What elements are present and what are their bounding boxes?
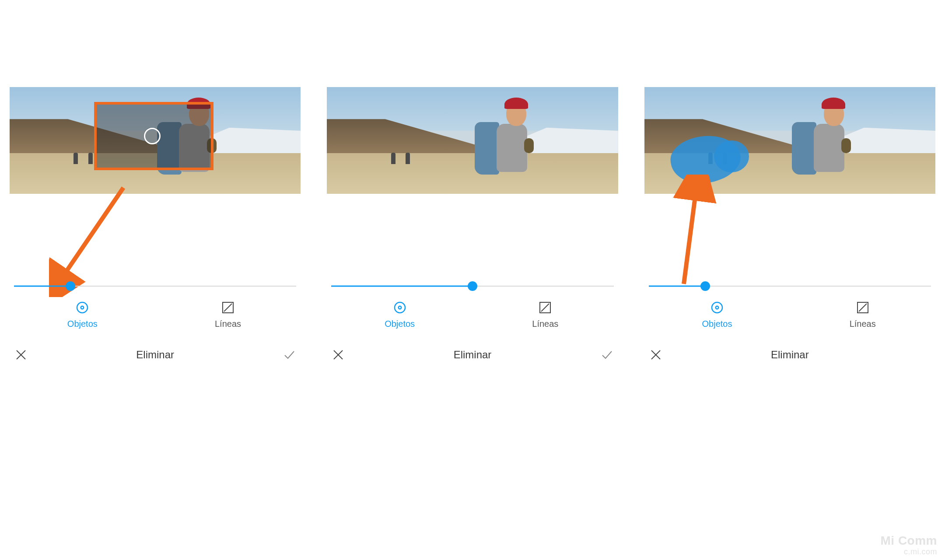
panel-2: Objetos Líneas Eliminar xyxy=(327,87,618,194)
tool-objects[interactable]: Objetos xyxy=(10,301,155,329)
slider-thumb[interactable] xyxy=(700,281,710,291)
photo-preview[interactable] xyxy=(327,87,618,194)
brush-size-slider[interactable] xyxy=(331,282,613,290)
svg-point-7 xyxy=(395,302,405,313)
slider-track-fill xyxy=(331,286,472,287)
svg-point-14 xyxy=(712,302,722,313)
lines-icon xyxy=(538,301,552,315)
slider-thumb[interactable] xyxy=(66,281,75,291)
svg-line-13 xyxy=(684,183,697,284)
watermark-line1: Mi Comm xyxy=(881,534,938,548)
background-person-1 xyxy=(391,153,396,164)
svg-point-2 xyxy=(81,306,84,309)
confirm-button[interactable] xyxy=(281,347,297,363)
svg-line-0 xyxy=(58,188,123,284)
bottom-title: Eliminar xyxy=(29,349,281,361)
tool-objects[interactable]: Objetos xyxy=(644,301,790,329)
slider-thumb[interactable] xyxy=(468,281,477,291)
photo-preview[interactable] xyxy=(10,87,301,194)
hiker-figure xyxy=(467,96,566,194)
background-person-1 xyxy=(74,153,78,164)
confirm-button[interactable] xyxy=(599,347,615,363)
slider-track-fill xyxy=(649,286,705,287)
annotation-arrow-to-slider xyxy=(49,183,136,297)
tool-lines-label: Líneas xyxy=(215,319,241,329)
cancel-button[interactable] xyxy=(648,347,664,363)
slider-track-fill xyxy=(14,286,70,287)
svg-point-8 xyxy=(398,306,401,309)
background-person-2 xyxy=(406,153,410,164)
brush-size-slider[interactable] xyxy=(649,282,931,290)
erase-mask-stroke[interactable] xyxy=(714,140,749,172)
tool-objects-label: Objetos xyxy=(385,319,415,329)
bottom-title: Eliminar xyxy=(664,349,916,361)
tool-lines-label: Líneas xyxy=(850,319,876,329)
tool-lines-label: Líneas xyxy=(532,319,558,329)
background-person-2 xyxy=(88,153,93,164)
svg-line-4 xyxy=(224,304,232,312)
brush-size-preview-ring xyxy=(144,128,161,144)
bottom-bar: Eliminar xyxy=(10,347,301,363)
tool-objects-label: Objetos xyxy=(702,319,732,329)
tool-lines[interactable]: Líneas xyxy=(155,301,301,329)
tool-objects-label: Objetos xyxy=(67,319,98,329)
panel-3: Objetos Líneas Eliminar xyxy=(644,87,935,194)
close-icon xyxy=(15,349,27,360)
bottom-bar: Eliminar xyxy=(644,347,935,363)
svg-line-17 xyxy=(859,304,867,312)
svg-point-15 xyxy=(716,306,718,309)
bottom-bar: Eliminar xyxy=(327,347,618,363)
tool-lines[interactable]: Líneas xyxy=(790,301,935,329)
hiker-figure xyxy=(784,96,883,194)
watermark-line2: c.mi.com xyxy=(881,548,938,556)
check-icon xyxy=(283,348,296,361)
lines-icon xyxy=(221,301,235,315)
tool-row: Objetos Líneas xyxy=(644,301,935,329)
svg-line-10 xyxy=(541,304,549,312)
watermark: Mi Comm c.mi.com xyxy=(881,534,938,556)
objects-icon xyxy=(393,301,407,315)
cancel-button[interactable] xyxy=(330,347,346,363)
close-icon xyxy=(332,349,344,360)
svg-point-1 xyxy=(77,302,88,313)
bottom-title: Eliminar xyxy=(346,349,598,361)
photo-preview[interactable] xyxy=(644,87,935,194)
panel-1: Objetos Líneas Eliminar xyxy=(10,87,301,194)
tool-row: Objetos Líneas xyxy=(10,301,301,329)
cancel-button[interactable] xyxy=(13,347,29,363)
objects-icon xyxy=(710,301,724,315)
tool-objects[interactable]: Objetos xyxy=(327,301,472,329)
lines-icon xyxy=(856,301,870,315)
photo-scene xyxy=(327,87,618,194)
objects-icon xyxy=(75,301,89,315)
brush-size-slider[interactable] xyxy=(14,282,296,290)
tool-lines[interactable]: Líneas xyxy=(472,301,618,329)
panels-row: Objetos Líneas Eliminar xyxy=(0,87,945,194)
check-icon xyxy=(600,348,613,361)
close-icon xyxy=(650,349,662,360)
tool-row: Objetos Líneas xyxy=(327,301,618,329)
